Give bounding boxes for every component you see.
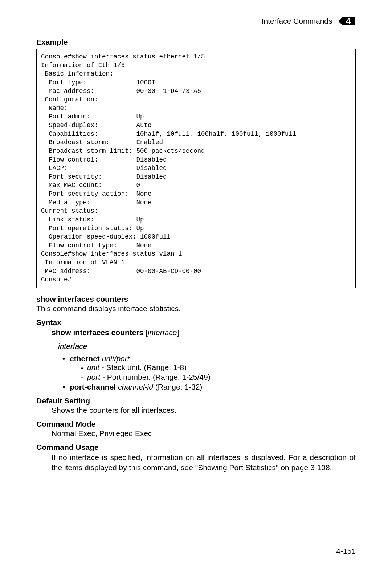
ethernet-label: ethernet	[70, 354, 100, 363]
syntax-bracket-open: [	[143, 328, 148, 337]
port-channel-bullet: port-channel channel-id (Range: 1-32)	[62, 383, 356, 391]
unit-desc: - Stack unit. (Range: 1-8)	[99, 363, 187, 371]
header-title: Interface Commands	[262, 17, 332, 25]
channel-id: channel-id	[118, 383, 153, 391]
default-setting-heading: Default Setting	[36, 396, 356, 405]
unit-sub-bullet: unit - Stack unit. (Range: 1-8)	[81, 363, 356, 372]
command-description: This command displays interface statisti…	[36, 304, 356, 313]
default-setting-text: Shows the counters for all interfaces.	[52, 406, 356, 415]
ethernet-bullet: ethernet unit/port unit - Stack unit. (R…	[62, 354, 356, 382]
port-sub-bullet: port - Port number. (Range: 1-25/49)	[81, 373, 356, 382]
command-name: show interfaces counters	[36, 295, 356, 304]
syntax-heading: Syntax	[36, 318, 356, 327]
example-heading: Example	[36, 38, 356, 46]
command-mode-heading: Command Mode	[36, 420, 356, 428]
svg-text:4: 4	[346, 16, 351, 26]
page-header: Interface Commands 4	[36, 15, 356, 28]
syntax-bracket-close: ]	[177, 328, 179, 337]
port-channel-label: port-channel	[70, 383, 116, 391]
syntax-param: interface	[148, 328, 177, 337]
page-number: 4-151	[336, 547, 356, 555]
example-code-block: Console#show interfaces status ethernet …	[36, 49, 356, 288]
unit-port: unit/port	[102, 354, 130, 363]
ethernet-sub-bullets: unit - Stack unit. (Range: 1-8) port - P…	[81, 363, 356, 382]
unit-label: unit	[87, 363, 99, 371]
interface-label: interface	[58, 342, 356, 351]
port-label: port	[87, 373, 100, 381]
chapter-number-icon: 4	[338, 15, 356, 28]
command-mode-text: Normal Exec, Privileged Exec	[52, 429, 356, 438]
command-usage-heading: Command Usage	[36, 443, 356, 452]
channel-desc: (Range: 1-32)	[153, 383, 202, 391]
command-usage-text: If no interface is specified, informatio…	[52, 452, 356, 473]
port-desc: - Port number. (Range: 1-25/49)	[100, 373, 211, 381]
syntax-bullets: ethernet unit/port unit - Stack unit. (R…	[62, 354, 356, 391]
syntax-command: show interfaces counters	[52, 328, 143, 337]
syntax-line: show interfaces counters [interface]	[52, 328, 356, 337]
